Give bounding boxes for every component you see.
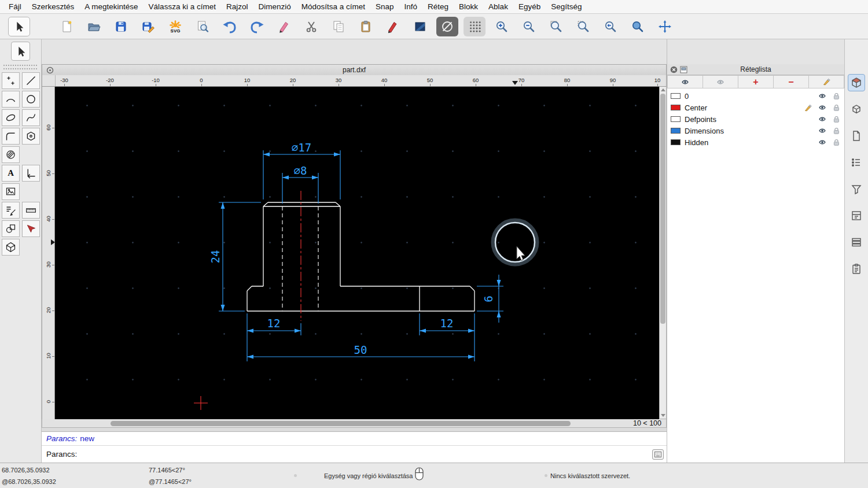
- menu-misc[interactable]: Egyéb: [513, 2, 546, 11]
- undo-button[interactable]: [219, 17, 241, 36]
- dimension-tool[interactable]: [22, 165, 40, 182]
- cut-button[interactable]: [300, 17, 322, 36]
- open-button[interactable]: [83, 17, 105, 36]
- menu-window[interactable]: Ablak: [483, 2, 513, 11]
- zoom-auto-button[interactable]: [545, 17, 567, 36]
- hide-all-layers-button[interactable]: [703, 75, 738, 88]
- layer-lock-toggle[interactable]: [833, 93, 840, 99]
- drawing-canvas[interactable]: ⌀17 ⌀8 24 6 12 12 50: [55, 87, 659, 419]
- zoom-previous-button[interactable]: [599, 17, 621, 36]
- menu-view[interactable]: A megtekintése: [79, 2, 143, 11]
- order-tool[interactable]: [2, 202, 20, 219]
- edit-pen-button[interactable]: [382, 17, 404, 36]
- layer-visibility-toggle[interactable]: [818, 127, 826, 134]
- menu-block[interactable]: Blokk: [454, 2, 483, 11]
- copy-button[interactable]: [328, 17, 350, 36]
- menu-layer[interactable]: Réteg: [422, 2, 454, 11]
- layer-row-0[interactable]: 0: [667, 90, 844, 102]
- layer-color-swatch[interactable]: [671, 105, 681, 110]
- curve-tool[interactable]: [2, 128, 20, 145]
- dock-filter-button[interactable]: [848, 180, 865, 198]
- dimension-labels[interactable]: ⌀17 ⌀8 24 6 12 12 50: [209, 141, 495, 356]
- grid-toggle-button[interactable]: [464, 17, 486, 36]
- dock-clipboard-button[interactable]: [848, 260, 865, 278]
- zoom-window-button[interactable]: [627, 17, 649, 36]
- horizontal-scroll-thumb[interactable]: [111, 421, 571, 426]
- close-panel-button[interactable]: [670, 66, 678, 73]
- vertical-scrollbar[interactable]: [659, 87, 667, 419]
- layer-row-hidden[interactable]: Hidden: [667, 136, 844, 148]
- layer-lock-toggle[interactable]: [833, 116, 840, 123]
- layer-lock-toggle[interactable]: [833, 104, 840, 111]
- document-titlebar[interactable]: part.dxf: [42, 64, 667, 75]
- zoom-in-button[interactable]: [491, 17, 513, 36]
- print-preview-button[interactable]: [192, 17, 214, 36]
- hatch-tool[interactable]: [2, 146, 20, 163]
- horizontal-scrollbar[interactable]: [56, 419, 624, 427]
- show-all-layers-button[interactable]: [667, 75, 703, 88]
- menu-dimension[interactable]: Dimenzió: [253, 2, 296, 11]
- save-button[interactable]: [110, 17, 132, 36]
- modify-tool[interactable]: [22, 220, 40, 237]
- arc-tool[interactable]: [2, 91, 20, 108]
- menu-file[interactable]: Fájl: [3, 2, 27, 11]
- panel-drag-handle[interactable]: [3, 65, 37, 69]
- layer-visibility-toggle[interactable]: [818, 139, 826, 146]
- vertical-scroll-thumb[interactable]: [660, 94, 665, 324]
- layer-visibility-toggle[interactable]: [818, 93, 826, 99]
- dock-block-list-button[interactable]: [848, 101, 865, 118]
- export-svg-button[interactable]: SVG: [164, 17, 186, 36]
- layer-color-swatch[interactable]: [671, 139, 681, 145]
- attributes-button[interactable]: [409, 17, 431, 36]
- add-layer-button[interactable]: +: [738, 75, 774, 88]
- isometric-tool[interactable]: [2, 239, 20, 256]
- polygon-tool[interactable]: [22, 128, 40, 145]
- scroll-down-arrow[interactable]: [661, 414, 665, 417]
- highlight-pen-button[interactable]: [273, 17, 295, 36]
- layer-row-dimensions[interactable]: Dimensions: [667, 125, 844, 136]
- text-tool[interactable]: A: [2, 165, 20, 182]
- scroll-up-arrow[interactable]: [661, 88, 665, 91]
- no-fill-circle-button[interactable]: [436, 17, 458, 36]
- layer-lock-toggle[interactable]: [833, 127, 840, 134]
- paste-button[interactable]: [355, 17, 377, 36]
- pan-button[interactable]: [654, 17, 676, 36]
- layer-row-center[interactable]: Center: [667, 102, 844, 113]
- command-input[interactable]: [80, 448, 652, 461]
- zoom-select-button[interactable]: [572, 17, 594, 36]
- menu-draw[interactable]: Rajzol: [221, 2, 253, 11]
- menu-snap[interactable]: Snap: [370, 2, 399, 11]
- part-outline[interactable]: [247, 202, 475, 311]
- dock-properties-button[interactable]: [848, 207, 865, 224]
- measure-tool[interactable]: [22, 202, 40, 219]
- hidden-hole-lines[interactable]: [282, 206, 318, 311]
- dock-command-widget-button[interactable]: [848, 234, 865, 251]
- selection-tool-button[interactable]: [11, 42, 30, 61]
- menu-edit[interactable]: Szerkesztés: [27, 2, 80, 11]
- select-tool-button[interactable]: [8, 17, 30, 36]
- layer-color-swatch[interactable]: [671, 116, 681, 122]
- dock-layer-list-button[interactable]: [848, 154, 865, 171]
- line-tool[interactable]: [22, 72, 40, 89]
- ellipse-tool[interactable]: [2, 109, 20, 126]
- layer-row-defpoints[interactable]: Defpoints: [667, 113, 844, 125]
- dimension-lines[interactable]: [219, 150, 503, 361]
- menu-select[interactable]: Válassza ki a címet: [144, 2, 221, 11]
- layer-color-swatch[interactable]: [671, 93, 681, 99]
- save-as-button[interactable]: [137, 17, 159, 36]
- edit-layer-button[interactable]: [809, 75, 844, 88]
- layer-visibility-toggle[interactable]: [818, 104, 826, 111]
- layer-lock-toggle[interactable]: [833, 139, 840, 146]
- float-panel-button[interactable]: [680, 66, 687, 73]
- menu-help[interactable]: Segítség: [546, 2, 587, 11]
- new-document-button[interactable]: [56, 17, 78, 36]
- circle-tool[interactable]: [22, 91, 40, 108]
- redo-button[interactable]: [246, 17, 268, 36]
- command-options-button[interactable]: [652, 449, 664, 460]
- menu-info[interactable]: Infó: [399, 2, 423, 11]
- image-tool[interactable]: [2, 183, 20, 200]
- layer-visibility-toggle[interactable]: [818, 116, 826, 123]
- spline-tool[interactable]: [22, 109, 40, 126]
- menu-modify[interactable]: Módosítsa a címet: [296, 2, 370, 11]
- points-tool[interactable]: [2, 72, 20, 89]
